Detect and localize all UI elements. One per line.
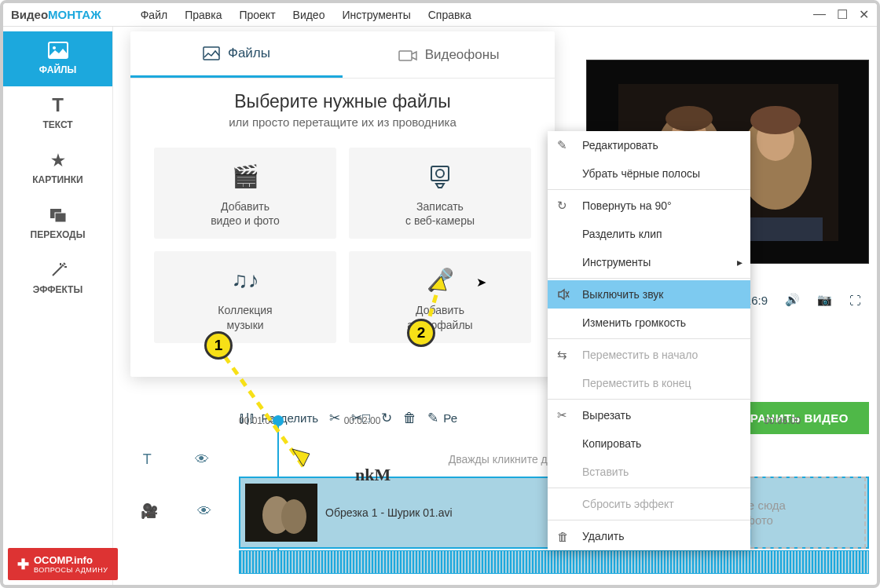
fullscreen-icon[interactable]: ⛶ (843, 294, 867, 307)
volume-icon[interactable]: 🔊 (779, 293, 806, 307)
svg-point-15 (750, 106, 801, 134)
audio-waveform[interactable] (239, 550, 869, 574)
mute-icon (557, 288, 570, 301)
tab-backgrounds[interactable]: Видеофоны (343, 31, 555, 78)
ctx-удалить[interactable]: 🗑Удалить (548, 522, 750, 550)
text-track-head: T👁 (121, 444, 231, 475)
camera-icon (398, 48, 417, 62)
ctx-сбросить-эффект: Сбросить эффект (548, 490, 750, 518)
minimize-icon[interactable]: — (813, 7, 826, 22)
menu-project[interactable]: Проект (239, 9, 275, 21)
svg-rect-3 (55, 213, 66, 222)
ctx-инструменты[interactable]: Инструменты▸ (548, 248, 750, 276)
sidebar-images[interactable]: ★КАРТИНКИ (3, 141, 112, 196)
card-audio[interactable]: 🎤Добавитьаудиофайлы (349, 251, 531, 342)
✂-icon: ✂ (557, 408, 567, 422)
ctx-разделить-клип[interactable]: Разделить клип (548, 220, 750, 248)
star-icon: ★ (47, 149, 69, 171)
svg-point-19 (281, 499, 306, 534)
ctx-переместить-в-начало: ⇆Переместить в начало (548, 341, 750, 369)
context-menu: ✎РедактироватьУбрать чёрные полосы↻Повер… (548, 131, 750, 550)
eye-icon[interactable]: 👁 (197, 503, 211, 520)
↻-icon: ↻ (557, 199, 567, 213)
sidebar-effects[interactable]: ЭФФЕКТЫ (3, 251, 112, 306)
✎-icon: ✎ (557, 138, 567, 152)
card-music[interactable]: ♫♪Коллекциямузыки (154, 251, 336, 342)
svg-rect-5 (399, 51, 412, 60)
t-icon: T (143, 451, 152, 468)
menu-help[interactable]: Справка (428, 9, 471, 21)
svg-point-7 (436, 170, 444, 177)
svg-point-12 (666, 106, 713, 131)
ctx-копировать[interactable]: Копировать (548, 429, 750, 458)
sidebar-text[interactable]: TТЕКСТ (3, 86, 112, 141)
panel-title: Выберите нужные файлы (130, 91, 555, 112)
card-add-video[interactable]: 🎬Добавитьвидео и фото (154, 148, 336, 239)
timeline: 00:01:00 00:02:00 00:05:00 00:06:00 T👁 🎥… (121, 415, 869, 580)
ctx-вставить: Вставить (548, 458, 750, 486)
card-webcam[interactable]: Записатьс веб-камеры (349, 148, 531, 239)
ctx-вырезать[interactable]: ✂Вырезать (548, 401, 750, 429)
menu-edit[interactable]: Правка (185, 9, 222, 21)
webcam-icon (355, 159, 525, 195)
music-icon: ♫♪ (160, 262, 330, 298)
svg-point-1 (53, 46, 56, 49)
menu-tools[interactable]: Инструменты (342, 9, 410, 21)
video-track-head: 🎥👁 (121, 475, 231, 547)
🗑-icon: 🗑 (557, 530, 569, 543)
cursor-icon: ➤ (476, 275, 486, 290)
ctx-редактировать[interactable]: ✎Редактировать (548, 131, 750, 159)
menu-file[interactable]: Файл (141, 9, 167, 21)
svg-rect-6 (431, 166, 449, 181)
menu-video[interactable]: Видео (293, 9, 325, 21)
clapper-icon: 🎬 (160, 159, 330, 195)
files-panel: Файлы Видеофоны Выберите нужные файлы ил… (130, 31, 555, 377)
image-icon (203, 46, 220, 60)
chevron-right-icon: ▸ (737, 256, 742, 268)
ctx-выключить-звук[interactable]: Выключить звук (548, 280, 750, 309)
close-icon[interactable]: ✕ (859, 7, 869, 22)
annotation-2: 2 (407, 319, 435, 347)
⇆-icon: ⇆ (557, 348, 567, 362)
tab-files[interactable]: Файлы (130, 31, 343, 78)
watermark: ✚ OCOMP.infoВОПРОСЫ АДМИНУ (8, 548, 118, 580)
annotation-1: 1 (204, 331, 233, 360)
panel-subtitle: или просто перетащите их из проводника (130, 115, 555, 129)
image-icon (47, 39, 69, 61)
app-logo: ВидеоМОНТАЖ (11, 8, 101, 21)
sidebar-files[interactable]: ФАЙЛЫ (3, 31, 112, 86)
annotation-nkm: nkM (355, 465, 390, 485)
ctx-повернуть-на-90°[interactable]: ↻Повернуть на 90° (548, 192, 750, 220)
text-icon: T (47, 94, 69, 116)
camera-icon: 🎥 (141, 502, 158, 520)
clip-name: Обрезка 1 - Шурик 01.avi (325, 506, 453, 519)
ctx-переместить-в-конец: Переместить в конец (548, 369, 750, 397)
mic-icon: 🎤 (355, 262, 525, 298)
maximize-icon[interactable]: ☐ (837, 7, 848, 22)
ctx-изменить-громкость[interactable]: Изменить громкость (548, 309, 750, 337)
clip-thumbnail (245, 484, 317, 542)
snapshot-icon[interactable]: 📷 (811, 293, 838, 307)
menu-bar: Файл Правка Проект Видео Инструменты Спр… (141, 9, 471, 21)
sidebar-transitions[interactable]: ПЕРЕХОДЫ (3, 196, 112, 251)
wand-icon (47, 259, 69, 281)
ctx-убрать-чёрные-полосы[interactable]: Убрать чёрные полосы (548, 159, 750, 188)
layers-icon (47, 204, 69, 226)
eye-icon[interactable]: 👁 (195, 451, 209, 468)
